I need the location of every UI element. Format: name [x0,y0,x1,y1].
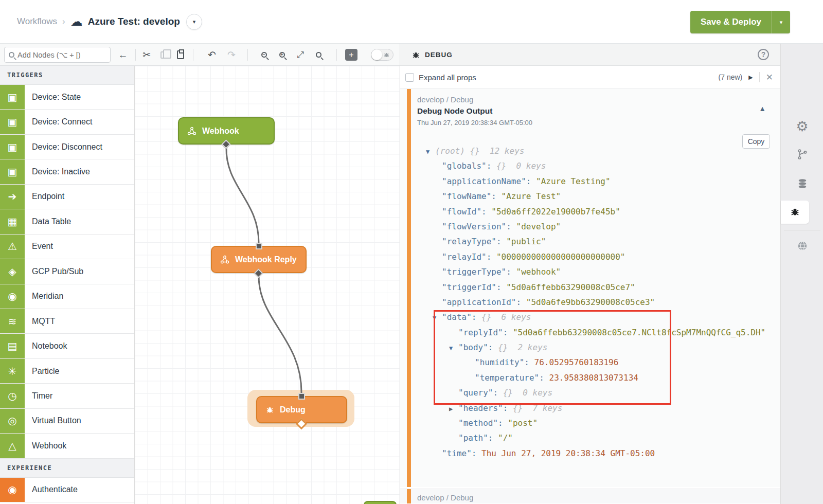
new-messages-count: (7 new) [719,73,743,81]
close-icon[interactable]: ✕ [766,72,773,83]
debug-icon[interactable] [781,206,809,217]
palette-item-gcp-pub-sub[interactable]: ◈GCP Pub/Sub [0,259,134,284]
expand-all-props-checkbox[interactable] [405,73,414,82]
jump-to-new-icon[interactable]: ▶ [748,74,753,81]
palette-item-mqtt[interactable]: ≋MQTT [0,309,134,334]
json-value: "5d0a6ffebb63290008c05ce7" [506,282,635,292]
palette-item-virtual-button[interactable]: ◎Virtual Button [0,409,134,434]
palette-item-device-connect[interactable]: ▣Device: Connect [0,110,134,134]
losant-workflow-editor: Workflows › ☁ Azure Test: develop ▾ Save… [0,0,823,504]
json-line-applicationid: "applicationId": "5d0a6fe9bb63290008c05c… [400,295,780,310]
json-line-root: ▼(root) {} 12 keys [400,143,780,158]
expand-arrow-icon[interactable]: ▶ [449,402,458,416]
json-key: "triggerType": [442,267,516,277]
palette-item-device-state[interactable]: ▣Device: State [0,85,134,110]
palette-item-data-table[interactable]: ▦Data Table [0,209,134,234]
json-root-label: (root) [435,146,470,156]
palette-item-authenticate[interactable]: ◉Authenticate [0,478,134,502]
fit-screen-icon[interactable]: ⤢ [293,44,308,66]
palette-item-webhook[interactable]: △Webhook [0,434,134,458]
palette-item-event[interactable]: ⚠Event [0,235,134,259]
device-connect-icon: ▣ [0,110,25,134]
bug-icon [412,50,420,59]
timer-icon: ◷ [0,384,25,408]
palette-item-label: Device: State [25,85,81,109]
bug-icon [383,51,390,58]
webhook-icon [187,127,196,136]
add-comment-icon[interactable]: + [345,49,357,61]
json-line-method: "method": "post" [400,416,780,430]
json-key: "applicationName": [442,176,536,186]
partial-node[interactable] [364,501,397,504]
json-line-flowid: "flowId": "5d0a6ff2022e19000b7fe45b" [400,204,780,219]
entry-source: develop / Debug [417,493,473,502]
debug-input-connector[interactable] [298,393,305,400]
node-label: Debug [280,405,306,415]
json-key: "data": [442,312,481,322]
versions-icon[interactable] [781,149,823,160]
palette-item-label: Device: Connect [25,110,92,134]
json-key: "flowName": [442,191,502,201]
back-arrow-icon[interactable]: ← [115,44,131,66]
debug-mode-toggle[interactable] [371,49,393,61]
copy-icon[interactable] [156,44,171,66]
palette-item-label: Particle [25,359,59,383]
json-value: {} 12 keys [470,146,524,156]
breadcrumb-separator: › [62,16,65,27]
add-nodes-search-input[interactable] [17,51,100,59]
json-key: "humidity": [475,357,534,367]
palette-item-label: MQTT [25,309,55,333]
redo-icon[interactable]: ↷ [224,44,239,66]
debug-panel: DEBUG ? Expand all props (7 new) ▶ ✕ dev… [400,44,780,504]
workflow-canvas[interactable]: Webhook Webhook Reply Debug [135,66,400,504]
collapse-arrow-icon[interactable]: ▼ [449,341,458,355]
palette-item-label: Timer [25,384,52,408]
palette-item-notebook[interactable]: ▤Notebook [0,334,134,358]
save-options-caret[interactable]: ▾ [772,11,790,33]
collapse-arrow-icon[interactable]: ▼ [426,145,435,158]
particle-icon: ✳ [0,359,25,383]
palette-item-device-inactive[interactable]: ▣Device: Inactive [0,159,134,184]
json-value: Thu Jun 27, 2019 20:38:34 GMT-05:00 [481,448,655,458]
palette-item-meridian[interactable]: ◉Meridian [0,284,134,309]
palette-item-particle[interactable]: ✳Particle [0,359,134,384]
json-value: "webhook" [516,267,561,277]
json-key: "temperature": [475,373,549,383]
zoom-selection-icon[interactable] [311,44,326,66]
device-disconnect-icon: ▣ [0,135,25,159]
json-tree: ▼(root) {} 12 keys"globals": {} 0 keys"a… [400,143,780,461]
palette-item-label: GCP Pub/Sub [25,259,83,283]
palette-item-endpoint[interactable]: ➔Endpoint [0,185,134,209]
palette-item-device-disconnect[interactable]: ▣Device: Disconnect [0,135,134,159]
json-line-flowversion: "flowVersion": "develop" [400,219,780,234]
storage-icon[interactable] [781,178,823,189]
node-palette: TRIGGERS▣Device: State▣Device: Connect▣D… [0,66,135,504]
settings-icon[interactable]: ⚙ [781,120,823,134]
zoom-in-icon[interactable]: + [274,44,290,66]
help-icon[interactable]: ? [758,49,769,60]
collapse-arrow-icon[interactable]: ▼ [433,311,442,325]
json-line-query: "query": {} 0 keys [400,385,780,400]
palette-item-timer[interactable]: ◷Timer [0,384,134,408]
json-value: "develop" [516,222,561,231]
rail-divider [784,230,820,230]
paste-icon[interactable] [173,44,188,66]
collapse-entry-icon[interactable]: ▲ [759,104,766,113]
workflow-version-dropdown-button[interactable]: ▾ [186,14,202,30]
entry-source: develop / Debug [417,95,473,104]
breadcrumb-workflows-link[interactable]: Workflows [17,16,57,27]
json-line-applicationname: "applicationName": "Azure Testing" [400,174,780,189]
json-value: {} 6 keys [481,312,531,322]
json-line-relayid: "relayId": "000000000000000000000000" [400,249,780,264]
add-nodes-search[interactable] [4,47,111,63]
globe-icon[interactable] [781,240,823,251]
json-key: "globals": [442,161,496,171]
mqtt-icon: ≋ [0,309,25,333]
cut-icon[interactable]: ✂ [139,44,154,66]
webhook-reply-input-connector[interactable] [256,243,262,249]
zoom-out-icon[interactable]: − [256,44,272,66]
undo-icon[interactable]: ↶ [204,44,220,66]
right-tool-rail: ⚙ [780,44,823,504]
save-and-deploy-button[interactable]: Save & Deploy ▾ [690,11,790,33]
json-value: "public" [506,237,546,246]
